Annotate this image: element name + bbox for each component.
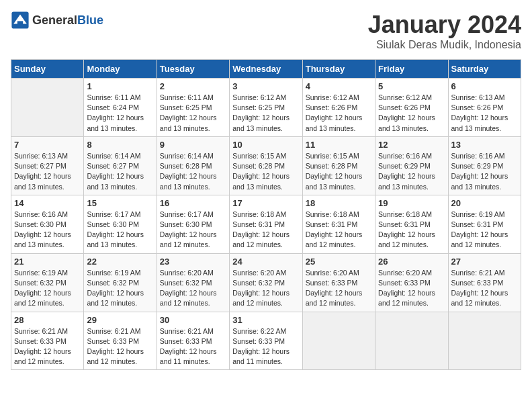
calendar-cell: 21Sunrise: 6:19 AM Sunset: 6:32 PM Dayli… xyxy=(11,253,84,312)
day-number: 31 xyxy=(232,315,299,325)
day-number: 20 xyxy=(451,198,518,208)
calendar-cell: 26Sunrise: 6:20 AM Sunset: 6:33 PM Dayli… xyxy=(375,253,448,312)
calendar-cell: 27Sunrise: 6:21 AM Sunset: 6:33 PM Dayli… xyxy=(448,253,521,312)
day-info: Sunrise: 6:11 AM Sunset: 6:24 PM Dayligh… xyxy=(87,93,153,134)
calendar-week-3: 14Sunrise: 6:16 AM Sunset: 6:30 PM Dayli… xyxy=(11,195,521,253)
calendar-cell: 7Sunrise: 6:13 AM Sunset: 6:27 PM Daylig… xyxy=(11,136,84,195)
weekday-header-sunday: Sunday xyxy=(11,60,84,79)
weekday-header-saturday: Saturday xyxy=(448,60,521,79)
weekday-header-wednesday: Wednesday xyxy=(230,60,302,79)
calendar-cell: 29Sunrise: 6:21 AM Sunset: 6:33 PM Dayli… xyxy=(84,312,157,370)
day-number: 22 xyxy=(87,257,153,267)
logo-blue: Blue xyxy=(77,13,103,27)
calendar-cell: 5Sunrise: 6:12 AM Sunset: 6:26 PM Daylig… xyxy=(375,79,448,137)
logo-icon xyxy=(11,11,30,30)
calendar-cell xyxy=(448,312,521,370)
day-info: Sunrise: 6:21 AM Sunset: 6:33 PM Dayligh… xyxy=(160,326,226,367)
calendar-cell: 1Sunrise: 6:11 AM Sunset: 6:24 PM Daylig… xyxy=(84,79,157,137)
day-number: 11 xyxy=(306,140,372,150)
calendar-cell xyxy=(11,79,84,137)
svg-rect-2 xyxy=(17,21,23,26)
calendar-cell: 16Sunrise: 6:17 AM Sunset: 6:30 PM Dayli… xyxy=(157,195,229,253)
calendar-cell: 6Sunrise: 6:13 AM Sunset: 6:26 PM Daylig… xyxy=(448,79,521,137)
calendar-cell: 2Sunrise: 6:11 AM Sunset: 6:25 PM Daylig… xyxy=(157,79,229,137)
day-info: Sunrise: 6:19 AM Sunset: 6:32 PM Dayligh… xyxy=(14,268,81,309)
day-info: Sunrise: 6:17 AM Sunset: 6:30 PM Dayligh… xyxy=(160,210,226,250)
day-info: Sunrise: 6:18 AM Sunset: 6:31 PM Dayligh… xyxy=(306,210,372,250)
day-number: 6 xyxy=(451,81,518,91)
calendar-cell: 14Sunrise: 6:16 AM Sunset: 6:30 PM Dayli… xyxy=(11,195,84,253)
day-info: Sunrise: 6:16 AM Sunset: 6:29 PM Dayligh… xyxy=(451,151,518,192)
calendar-week-1: 1Sunrise: 6:11 AM Sunset: 6:24 PM Daylig… xyxy=(11,79,521,137)
day-number: 17 xyxy=(232,198,299,208)
day-number: 26 xyxy=(378,257,445,267)
day-info: Sunrise: 6:12 AM Sunset: 6:26 PM Dayligh… xyxy=(378,93,445,134)
calendar-cell: 19Sunrise: 6:18 AM Sunset: 6:31 PM Dayli… xyxy=(375,195,448,253)
day-info: Sunrise: 6:21 AM Sunset: 6:33 PM Dayligh… xyxy=(14,326,81,367)
calendar-cell: 30Sunrise: 6:21 AM Sunset: 6:33 PM Dayli… xyxy=(157,312,229,370)
header: GeneralBlue January 2024 Siulak Deras Mu… xyxy=(11,11,521,51)
day-info: Sunrise: 6:17 AM Sunset: 6:30 PM Dayligh… xyxy=(87,210,153,250)
day-info: Sunrise: 6:20 AM Sunset: 6:33 PM Dayligh… xyxy=(306,268,372,309)
day-info: Sunrise: 6:19 AM Sunset: 6:31 PM Dayligh… xyxy=(451,210,518,250)
day-number: 15 xyxy=(87,198,153,208)
day-number: 4 xyxy=(306,81,372,91)
calendar-week-5: 28Sunrise: 6:21 AM Sunset: 6:33 PM Dayli… xyxy=(11,312,521,370)
logo-text: GeneralBlue xyxy=(32,13,103,28)
day-info: Sunrise: 6:13 AM Sunset: 6:27 PM Dayligh… xyxy=(14,151,81,192)
day-info: Sunrise: 6:13 AM Sunset: 6:26 PM Dayligh… xyxy=(451,93,518,134)
calendar-cell: 22Sunrise: 6:19 AM Sunset: 6:32 PM Dayli… xyxy=(84,253,157,312)
logo: GeneralBlue xyxy=(11,11,103,30)
day-number: 3 xyxy=(232,81,299,91)
calendar-cell: 28Sunrise: 6:21 AM Sunset: 6:33 PM Dayli… xyxy=(11,312,84,370)
day-number: 19 xyxy=(378,198,445,208)
day-info: Sunrise: 6:20 AM Sunset: 6:32 PM Dayligh… xyxy=(160,268,226,309)
day-info: Sunrise: 6:12 AM Sunset: 6:25 PM Dayligh… xyxy=(232,93,299,134)
logo-general: General xyxy=(32,13,77,27)
calendar-cell: 10Sunrise: 6:15 AM Sunset: 6:28 PM Dayli… xyxy=(230,136,302,195)
title-area: January 2024 Siulak Deras Mudik, Indones… xyxy=(368,11,521,51)
weekday-header-thursday: Thursday xyxy=(302,60,375,79)
day-number: 8 xyxy=(87,140,153,150)
calendar-cell: 20Sunrise: 6:19 AM Sunset: 6:31 PM Dayli… xyxy=(448,195,521,253)
calendar-cell: 24Sunrise: 6:20 AM Sunset: 6:32 PM Dayli… xyxy=(230,253,302,312)
day-info: Sunrise: 6:14 AM Sunset: 6:28 PM Dayligh… xyxy=(160,151,226,192)
day-info: Sunrise: 6:18 AM Sunset: 6:31 PM Dayligh… xyxy=(378,210,445,250)
calendar-cell: 31Sunrise: 6:22 AM Sunset: 6:33 PM Dayli… xyxy=(230,312,302,370)
weekday-header-monday: Monday xyxy=(84,60,157,79)
day-number: 28 xyxy=(14,315,81,325)
weekday-header-row: SundayMondayTuesdayWednesdayThursdayFrid… xyxy=(11,60,521,79)
calendar-cell: 18Sunrise: 6:18 AM Sunset: 6:31 PM Dayli… xyxy=(302,195,375,253)
calendar-week-4: 21Sunrise: 6:19 AM Sunset: 6:32 PM Dayli… xyxy=(11,253,521,312)
day-number: 30 xyxy=(160,315,226,325)
day-number: 1 xyxy=(87,81,153,91)
calendar-cell: 13Sunrise: 6:16 AM Sunset: 6:29 PM Dayli… xyxy=(448,136,521,195)
day-info: Sunrise: 6:20 AM Sunset: 6:32 PM Dayligh… xyxy=(232,268,299,309)
day-number: 25 xyxy=(306,257,372,267)
calendar-cell xyxy=(375,312,448,370)
calendar-cell: 3Sunrise: 6:12 AM Sunset: 6:25 PM Daylig… xyxy=(230,79,302,137)
calendar-title: January 2024 xyxy=(368,11,521,39)
day-info: Sunrise: 6:21 AM Sunset: 6:33 PM Dayligh… xyxy=(87,326,153,367)
day-number: 14 xyxy=(14,198,81,208)
weekday-header-friday: Friday xyxy=(375,60,448,79)
calendar-week-2: 7Sunrise: 6:13 AM Sunset: 6:27 PM Daylig… xyxy=(11,136,521,195)
calendar-body: 1Sunrise: 6:11 AM Sunset: 6:24 PM Daylig… xyxy=(11,79,521,370)
day-info: Sunrise: 6:18 AM Sunset: 6:31 PM Dayligh… xyxy=(232,210,299,250)
day-number: 29 xyxy=(87,315,153,325)
day-number: 21 xyxy=(14,257,81,267)
day-number: 13 xyxy=(451,140,518,150)
weekday-header-tuesday: Tuesday xyxy=(157,60,229,79)
calendar-cell: 8Sunrise: 6:14 AM Sunset: 6:27 PM Daylig… xyxy=(84,136,157,195)
day-info: Sunrise: 6:11 AM Sunset: 6:25 PM Dayligh… xyxy=(160,93,226,134)
day-info: Sunrise: 6:14 AM Sunset: 6:27 PM Dayligh… xyxy=(87,151,153,192)
day-number: 16 xyxy=(160,198,226,208)
calendar-cell: 12Sunrise: 6:16 AM Sunset: 6:29 PM Dayli… xyxy=(375,136,448,195)
day-info: Sunrise: 6:16 AM Sunset: 6:30 PM Dayligh… xyxy=(14,210,81,250)
calendar-subtitle: Siulak Deras Mudik, Indonesia xyxy=(368,39,521,51)
day-info: Sunrise: 6:20 AM Sunset: 6:33 PM Dayligh… xyxy=(378,268,445,309)
day-info: Sunrise: 6:22 AM Sunset: 6:33 PM Dayligh… xyxy=(232,326,299,367)
day-info: Sunrise: 6:16 AM Sunset: 6:29 PM Dayligh… xyxy=(378,151,445,192)
day-number: 18 xyxy=(306,198,372,208)
day-info: Sunrise: 6:19 AM Sunset: 6:32 PM Dayligh… xyxy=(87,268,153,309)
